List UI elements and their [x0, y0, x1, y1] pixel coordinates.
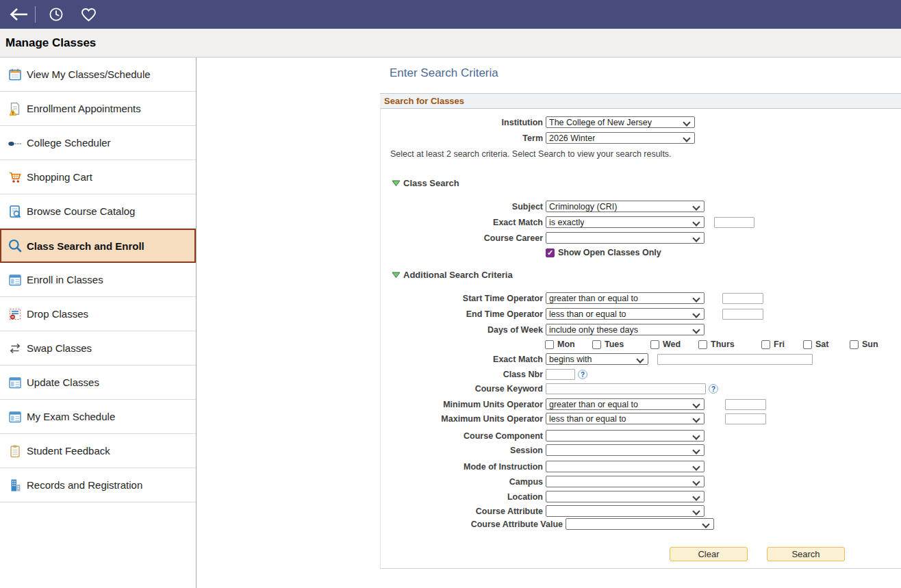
sidebar-item-enrollment-appointments[interactable]: Enrollment Appointments — [0, 92, 196, 126]
course-keyword-label: Course Keyword — [381, 384, 546, 394]
additional-search-criteria-label: Additional Search Criteria — [403, 270, 513, 280]
sidebar-item-enroll-in-classes[interactable]: Enroll in Classes — [0, 263, 196, 297]
term-label: Term — [381, 133, 546, 143]
end-time-operator-label: End Time Operator — [381, 309, 546, 319]
page-title: Enter Search Criteria — [390, 66, 498, 80]
sidebar-item-class-search-and-enroll[interactable]: Class Search and Enroll — [0, 229, 196, 263]
campus-select[interactable] — [546, 476, 705, 487]
window-list-icon — [7, 375, 23, 390]
sidebar-item-view-my-classes[interactable]: View My Classes/Schedule — [0, 57, 196, 92]
main-content: Enter Search Criteria Search for Classes… — [196, 57, 901, 588]
calendar-icon — [7, 67, 23, 82]
search-button[interactable]: Search — [767, 547, 845, 561]
clipboard-icon — [7, 444, 23, 459]
sidebar-item-label: Class Search and Enroll — [26, 240, 144, 252]
sidebar-item-shopping-cart[interactable]: Shopping Cart — [0, 160, 196, 194]
shopping-cart-icon — [7, 170, 23, 185]
end-time-operator-select[interactable]: less than or equal to — [546, 308, 705, 320]
course-attribute-value-select[interactable] — [566, 518, 714, 530]
day-checkbox-sat[interactable]: Sat — [803, 340, 850, 349]
institution-label: Institution — [381, 118, 546, 127]
page-header: Manage Classes — [0, 29, 901, 57]
course-attribute-value-label: Course Attribute Value — [381, 520, 566, 529]
term-select[interactable]: 2026 Winter — [546, 132, 695, 144]
sidebar-item-swap-classes[interactable]: Swap Classes — [0, 331, 196, 366]
day-checkbox-thurs[interactable]: Thurs — [698, 340, 761, 349]
mode-of-instruction-select[interactable] — [546, 461, 705, 472]
sidebar-item-student-feedback[interactable]: Student Feedback — [0, 434, 196, 468]
sidebar-item-label: Update Classes — [26, 376, 99, 388]
page-header-title: Manage Classes — [5, 36, 96, 50]
start-time-operator-label: Start Time Operator — [381, 294, 546, 303]
location-label: Location — [381, 492, 546, 502]
class-nbr-input[interactable] — [546, 369, 575, 380]
session-select[interactable] — [546, 444, 705, 456]
minimum-units-input[interactable] — [725, 399, 766, 410]
course-component-label: Course Component — [381, 431, 546, 441]
sidebar-item-label: Shopping Cart — [26, 171, 92, 183]
subject-select[interactable]: Criminology (CRI) — [546, 201, 705, 212]
class-search-section-toggle[interactable]: Class Search — [392, 178, 901, 188]
sidebar-item-browse-course-catalog[interactable]: Browse Course Catalog — [0, 194, 196, 229]
course-component-select[interactable] — [546, 430, 705, 442]
exact-match-2-select[interactable]: begins with — [546, 353, 648, 365]
days-of-week-select[interactable]: include only these days — [546, 324, 705, 335]
favorites-heart-icon[interactable] — [79, 7, 98, 23]
college-scheduler-icon — [7, 136, 23, 151]
groupbox-legend: Search for Classes — [380, 93, 901, 109]
start-time-operator-select[interactable]: greater than or equal to — [546, 292, 705, 304]
sidebar-item-label: Records and Registration — [26, 479, 142, 491]
course-title-input[interactable] — [657, 354, 813, 365]
sidebar-item-college-scheduler[interactable]: College Scheduler — [0, 126, 196, 160]
maximum-units-operator-select[interactable]: less than or equal to — [546, 413, 705, 424]
sidebar-item-my-exam-schedule[interactable]: My Exam Schedule — [0, 400, 196, 434]
course-career-select[interactable] — [546, 232, 705, 244]
sidebar-item-label: College Scheduler — [26, 137, 111, 149]
catalog-search-icon — [7, 204, 23, 219]
course-attribute-select[interactable] — [546, 505, 705, 517]
minimum-units-operator-label: Minimum Units Operator — [381, 400, 546, 409]
end-time-input[interactable] — [722, 309, 763, 320]
drop-classes-icon — [7, 307, 23, 322]
course-keyword-help-icon[interactable]: ? — [709, 384, 718, 394]
day-checkbox-sun[interactable]: Sun — [850, 340, 878, 349]
days-of-week-label: Days of Week — [381, 325, 546, 335]
course-keyword-input[interactable] — [546, 383, 706, 394]
back-arrow-icon[interactable] — [7, 6, 30, 23]
search-icon — [7, 238, 23, 253]
campus-label: Campus — [381, 477, 546, 487]
sidebar-item-label: Enrollment Appointments — [26, 103, 141, 114]
course-attribute-label: Course Attribute — [381, 507, 546, 516]
recent-history-icon[interactable] — [47, 6, 65, 23]
start-time-input[interactable] — [722, 293, 763, 304]
exact-match-select[interactable]: is exactly — [546, 216, 705, 228]
sidebar-item-label: Student Feedback — [26, 445, 110, 457]
day-checkbox-tues[interactable]: Tues — [592, 340, 650, 349]
maximum-units-input[interactable] — [725, 413, 766, 424]
minimum-units-operator-select[interactable]: greater than or equal to — [546, 398, 705, 410]
subject-label: Subject — [381, 202, 546, 212]
window-list-icon — [7, 272, 23, 287]
sidebar-item-label: Drop Classes — [26, 308, 88, 320]
show-open-classes-checkbox[interactable] — [546, 248, 555, 257]
additional-search-criteria-section-toggle[interactable]: Additional Search Criteria — [392, 270, 901, 280]
course-career-label: Course Career — [381, 233, 546, 243]
session-label: Session — [381, 446, 546, 455]
sidebar-item-update-classes[interactable]: Update Classes — [0, 366, 196, 400]
day-checkbox-wed[interactable]: Wed — [650, 340, 698, 349]
document-alert-icon — [7, 101, 23, 116]
sidebar-item-label: Enroll in Classes — [26, 274, 103, 285]
show-open-classes-label: Show Open Classes Only — [558, 248, 661, 257]
top-nav-bar — [0, 0, 901, 29]
sidebar-item-records-and-registration[interactable]: Records and Registration — [0, 468, 196, 502]
day-checkbox-fri[interactable]: Fri — [761, 340, 803, 349]
class-nbr-label: Class Nbr — [381, 370, 546, 379]
day-checkbox-mon[interactable]: Mon — [545, 340, 592, 349]
mode-of-instruction-label: Mode of Instruction — [381, 462, 546, 472]
clear-button[interactable]: Clear — [670, 547, 748, 561]
catalog-number-input[interactable] — [714, 217, 754, 228]
institution-select[interactable]: The College of New Jersey — [546, 116, 695, 128]
location-select[interactable] — [546, 491, 705, 502]
class-nbr-help-icon[interactable]: ? — [578, 370, 587, 379]
sidebar-item-drop-classes[interactable]: Drop Classes — [0, 297, 196, 331]
